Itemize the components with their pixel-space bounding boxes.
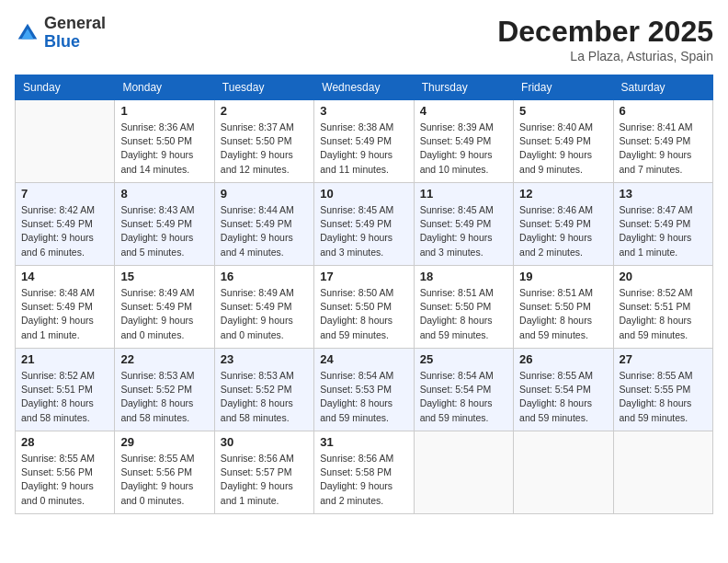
calendar-cell: 19Sunrise: 8:51 AM Sunset: 5:50 PM Dayli… — [514, 266, 613, 349]
calendar-cell: 10Sunrise: 8:45 AM Sunset: 5:49 PM Dayli… — [314, 183, 414, 266]
title-block: December 2025 La Plaza, Asturias, Spain — [497, 15, 713, 63]
day-info: Sunrise: 8:55 AM Sunset: 5:56 PM Dayligh… — [21, 452, 108, 508]
col-header-saturday: Saturday — [613, 75, 712, 100]
calendar-cell: 6Sunrise: 8:41 AM Sunset: 5:49 PM Daylig… — [613, 100, 712, 183]
calendar-cell — [414, 431, 513, 514]
col-header-thursday: Thursday — [414, 75, 513, 100]
calendar-cell: 11Sunrise: 8:45 AM Sunset: 5:49 PM Dayli… — [414, 183, 513, 266]
day-info: Sunrise: 8:55 AM Sunset: 5:56 PM Dayligh… — [120, 452, 208, 508]
day-info: Sunrise: 8:56 AM Sunset: 5:58 PM Dayligh… — [320, 452, 407, 508]
month-title: December 2025 — [497, 15, 713, 49]
page-header: General Blue December 2025 La Plaza, Ast… — [15, 15, 713, 63]
logo-general-text: General — [44, 14, 106, 32]
day-info: Sunrise: 8:45 AM Sunset: 5:49 PM Dayligh… — [420, 203, 507, 259]
calendar-cell: 5Sunrise: 8:40 AM Sunset: 5:49 PM Daylig… — [514, 100, 613, 183]
day-info: Sunrise: 8:43 AM Sunset: 5:49 PM Dayligh… — [120, 203, 208, 259]
day-number: 19 — [519, 270, 607, 283]
calendar-week-1: 1Sunrise: 8:36 AM Sunset: 5:50 PM Daylig… — [16, 100, 713, 183]
day-info: Sunrise: 8:56 AM Sunset: 5:57 PM Dayligh… — [221, 452, 308, 508]
calendar-cell: 14Sunrise: 8:48 AM Sunset: 5:49 PM Dayli… — [16, 266, 115, 349]
calendar-cell: 17Sunrise: 8:50 AM Sunset: 5:50 PM Dayli… — [314, 266, 414, 349]
day-number: 29 — [120, 435, 208, 449]
day-info: Sunrise: 8:44 AM Sunset: 5:49 PM Dayligh… — [221, 203, 308, 259]
day-info: Sunrise: 8:51 AM Sunset: 5:50 PM Dayligh… — [519, 286, 607, 342]
day-number: 14 — [21, 270, 108, 283]
day-info: Sunrise: 8:52 AM Sunset: 5:51 PM Dayligh… — [620, 286, 707, 342]
day-info: Sunrise: 8:41 AM Sunset: 5:49 PM Dayligh… — [620, 121, 707, 177]
calendar-cell: 13Sunrise: 8:47 AM Sunset: 5:49 PM Dayli… — [613, 183, 712, 266]
day-info: Sunrise: 8:46 AM Sunset: 5:49 PM Dayligh… — [519, 203, 607, 259]
logo: General Blue — [15, 15, 106, 52]
col-header-sunday: Sunday — [16, 75, 115, 100]
calendar-cell — [514, 431, 613, 514]
calendar-cell: 22Sunrise: 8:53 AM Sunset: 5:52 PM Dayli… — [115, 349, 214, 431]
calendar-table: SundayMondayTuesdayWednesdayThursdayFrid… — [15, 75, 713, 514]
calendar-cell: 9Sunrise: 8:44 AM Sunset: 5:49 PM Daylig… — [214, 183, 313, 266]
calendar-cell: 31Sunrise: 8:56 AM Sunset: 5:58 PM Dayli… — [314, 431, 414, 514]
calendar-week-3: 14Sunrise: 8:48 AM Sunset: 5:49 PM Dayli… — [16, 266, 713, 349]
day-info: Sunrise: 8:49 AM Sunset: 5:49 PM Dayligh… — [120, 286, 208, 342]
day-info: Sunrise: 8:40 AM Sunset: 5:49 PM Dayligh… — [519, 121, 607, 177]
calendar-cell: 1Sunrise: 8:36 AM Sunset: 5:50 PM Daylig… — [115, 100, 214, 183]
day-info: Sunrise: 8:55 AM Sunset: 5:55 PM Dayligh… — [620, 369, 707, 425]
day-number: 22 — [120, 352, 208, 366]
day-info: Sunrise: 8:55 AM Sunset: 5:54 PM Dayligh… — [519, 369, 607, 425]
day-number: 15 — [120, 270, 208, 283]
calendar-cell: 30Sunrise: 8:56 AM Sunset: 5:57 PM Dayli… — [214, 431, 313, 514]
day-number: 4 — [420, 104, 507, 118]
day-info: Sunrise: 8:47 AM Sunset: 5:49 PM Dayligh… — [620, 203, 707, 259]
day-number: 16 — [221, 270, 308, 283]
day-info: Sunrise: 8:38 AM Sunset: 5:49 PM Dayligh… — [320, 121, 407, 177]
calendar-cell: 18Sunrise: 8:51 AM Sunset: 5:50 PM Dayli… — [414, 266, 513, 349]
calendar-cell: 23Sunrise: 8:53 AM Sunset: 5:52 PM Dayli… — [214, 349, 313, 431]
col-header-friday: Friday — [514, 75, 613, 100]
day-number: 30 — [221, 435, 308, 449]
calendar-cell — [16, 100, 115, 183]
calendar-cell: 7Sunrise: 8:42 AM Sunset: 5:49 PM Daylig… — [16, 183, 115, 266]
calendar-cell: 24Sunrise: 8:54 AM Sunset: 5:53 PM Dayli… — [314, 349, 414, 431]
logo-blue-text: Blue — [44, 32, 80, 51]
day-number: 7 — [21, 187, 108, 201]
day-info: Sunrise: 8:53 AM Sunset: 5:52 PM Dayligh… — [120, 369, 208, 425]
day-info: Sunrise: 8:45 AM Sunset: 5:49 PM Dayligh… — [320, 203, 407, 259]
day-number: 10 — [320, 187, 407, 201]
calendar-cell: 28Sunrise: 8:55 AM Sunset: 5:56 PM Dayli… — [16, 431, 115, 514]
day-number: 12 — [519, 187, 607, 201]
day-info: Sunrise: 8:51 AM Sunset: 5:50 PM Dayligh… — [420, 286, 507, 342]
col-header-monday: Monday — [115, 75, 214, 100]
day-number: 8 — [120, 187, 208, 201]
day-number: 31 — [320, 435, 407, 449]
day-number: 23 — [221, 352, 308, 366]
calendar-week-2: 7Sunrise: 8:42 AM Sunset: 5:49 PM Daylig… — [16, 183, 713, 266]
col-header-tuesday: Tuesday — [214, 75, 313, 100]
calendar-cell: 15Sunrise: 8:49 AM Sunset: 5:49 PM Dayli… — [115, 266, 214, 349]
calendar-week-4: 21Sunrise: 8:52 AM Sunset: 5:51 PM Dayli… — [16, 349, 713, 431]
calendar-cell: 20Sunrise: 8:52 AM Sunset: 5:51 PM Dayli… — [613, 266, 712, 349]
day-number: 1 — [120, 104, 208, 118]
day-info: Sunrise: 8:48 AM Sunset: 5:49 PM Dayligh… — [21, 286, 108, 342]
day-number: 17 — [320, 270, 407, 283]
day-info: Sunrise: 8:52 AM Sunset: 5:51 PM Dayligh… — [21, 369, 108, 425]
day-info: Sunrise: 8:49 AM Sunset: 5:49 PM Dayligh… — [221, 286, 308, 342]
day-info: Sunrise: 8:42 AM Sunset: 5:49 PM Dayligh… — [21, 203, 108, 259]
calendar-cell: 26Sunrise: 8:55 AM Sunset: 5:54 PM Dayli… — [514, 349, 613, 431]
calendar-cell: 29Sunrise: 8:55 AM Sunset: 5:56 PM Dayli… — [115, 431, 214, 514]
day-number: 9 — [221, 187, 308, 201]
day-number: 5 — [519, 104, 607, 118]
day-number: 21 — [21, 352, 108, 366]
calendar-cell: 3Sunrise: 8:38 AM Sunset: 5:49 PM Daylig… — [314, 100, 414, 183]
day-number: 6 — [620, 104, 707, 118]
day-info: Sunrise: 8:53 AM Sunset: 5:52 PM Dayligh… — [221, 369, 308, 425]
day-number: 11 — [420, 187, 507, 201]
day-number: 26 — [519, 352, 607, 366]
day-number: 13 — [620, 187, 707, 201]
calendar-cell: 2Sunrise: 8:37 AM Sunset: 5:50 PM Daylig… — [214, 100, 313, 183]
calendar-cell: 25Sunrise: 8:54 AM Sunset: 5:54 PM Dayli… — [414, 349, 513, 431]
day-number: 25 — [420, 352, 507, 366]
day-number: 18 — [420, 270, 507, 283]
calendar-week-5: 28Sunrise: 8:55 AM Sunset: 5:56 PM Dayli… — [16, 431, 713, 514]
day-info: Sunrise: 8:39 AM Sunset: 5:49 PM Dayligh… — [420, 121, 507, 177]
day-number: 2 — [221, 104, 308, 118]
day-number: 27 — [620, 352, 707, 366]
day-number: 3 — [320, 104, 407, 118]
